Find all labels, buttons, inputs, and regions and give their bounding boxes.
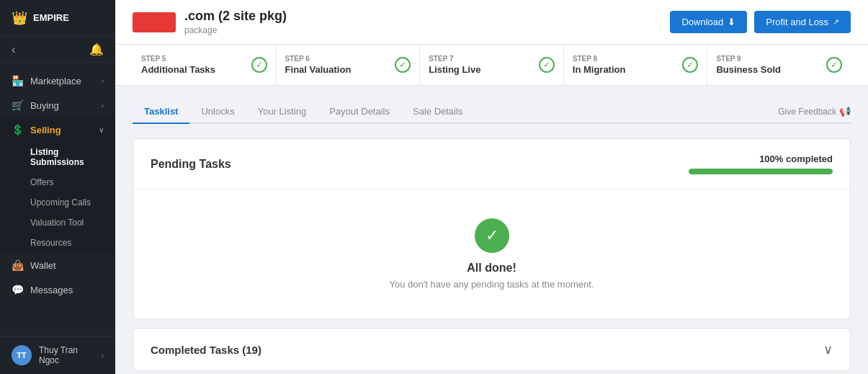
chevron-right-icon: › [102, 77, 104, 85]
step-5-label: Additional Tasks [141, 64, 215, 75]
step-7-label: Listing Live [429, 64, 480, 75]
logo-name: EMPIRE [33, 12, 69, 24]
header-left: .com (2 site pkg) package [133, 9, 287, 35]
download-label: Download [681, 17, 723, 27]
feedback-icon: 📢 [839, 106, 851, 117]
main-content: .com (2 site pkg) package Download ⬇ Pro… [115, 0, 868, 374]
step-7-num: STEP 7 [429, 55, 480, 63]
sidebar-item-resources[interactable]: Resources [0, 233, 115, 253]
site-sub-label: package [184, 25, 287, 35]
sidebar-logo: 👑 EMPIRE [0, 0, 115, 37]
step-8-content: STEP 8 In Migration [573, 55, 626, 75]
step-6-content: STEP 6 Final Valuation [285, 55, 352, 75]
collapse-chevron-icon: ∨ [823, 342, 833, 357]
tab-tasklist[interactable]: Tasklist [133, 100, 189, 124]
pending-tasks-header: Pending Tasks 100% completed [133, 139, 850, 189]
site-name-suffix: .com (2 site pkg) [184, 9, 287, 23]
step-9-num: STEP 9 [716, 55, 781, 63]
all-done-check-icon: ✓ [475, 218, 509, 253]
sidebar-item-listing-submissions[interactable]: Listing Submissions [0, 142, 115, 172]
profit-loss-button[interactable]: Profit and Loss ↗ [754, 11, 851, 33]
step-9-check-icon: ✓ [826, 57, 842, 73]
step-7-check-icon: ✓ [539, 57, 555, 73]
all-done-title: All done! [467, 262, 516, 275]
tab-your-listing[interactable]: Your Listing [246, 100, 318, 124]
step-8-check-icon: ✓ [682, 57, 698, 73]
completed-tasks-header[interactable]: Completed Tasks (19) ∨ [133, 329, 850, 370]
step-5-check-icon: ✓ [251, 57, 267, 73]
sidebar-item-messages[interactable]: 💬 Messages [0, 277, 115, 302]
step-6-check-icon: ✓ [395, 57, 411, 73]
step-5-num: STEP 5 [141, 55, 215, 63]
completed-tasks-title: Completed Tasks (19) [151, 344, 261, 356]
profit-loss-label: Profit and Loss [766, 17, 828, 27]
sidebar-item-label: Messages [30, 285, 73, 295]
chevron-right-icon: › [102, 352, 104, 360]
progress-label: 100% completed [759, 153, 833, 164]
pending-tasks-body: ✓ All done! You don't have any pending t… [133, 189, 850, 319]
sidebar: 👑 EMPIRE ‹ 🔔 🏪 Marketplace › 🛒 Buying › [0, 0, 115, 374]
notification-bell-icon[interactable]: 🔔 [89, 43, 104, 56]
content-area: Tasklist Unlocks Your Listing Payout Det… [115, 86, 868, 374]
chevron-right-icon: › [102, 102, 104, 110]
marketplace-icon: 🏪 [12, 75, 23, 86]
tab-payout-details[interactable]: Payout Details [318, 100, 401, 124]
tabs-left: Tasklist Unlocks Your Listing Payout Det… [133, 100, 474, 123]
step-6-label: Final Valuation [285, 64, 352, 75]
page-title: .com (2 site pkg) [184, 9, 287, 24]
download-icon: ⬇ [728, 17, 735, 27]
wallet-icon: 👜 [12, 259, 23, 271]
step-9[interactable]: STEP 9 Business Sold ✓ [707, 45, 851, 85]
user-profile[interactable]: TT Thuy Tran Ngoc › [0, 336, 115, 374]
progress-bar-wrap [689, 169, 833, 174]
sidebar-item-label: Marketplace [30, 76, 81, 86]
all-done-subtitle: You don't have any pending tasks at the … [390, 279, 594, 290]
step-8-num: STEP 8 [573, 55, 626, 63]
step-5-content: STEP 5 Additional Tasks [141, 55, 215, 75]
sidebar-item-marketplace[interactable]: 🏪 Marketplace › [0, 68, 115, 93]
step-6-num: STEP 6 [285, 55, 352, 63]
sidebar-item-upcoming-calls[interactable]: Upcoming Calls [0, 192, 115, 213]
header-buttons: Download ⬇ Profit and Loss ↗ [670, 11, 851, 33]
tab-unlocks[interactable]: Unlocks [189, 100, 246, 124]
step-6[interactable]: STEP 6 Final Valuation ✓ [277, 45, 421, 85]
pending-tasks-title: Pending Tasks [151, 158, 231, 171]
avatar: TT [12, 345, 32, 365]
steps-bar: STEP 5 Additional Tasks ✓ STEP 6 Final V… [115, 45, 868, 86]
sidebar-item-valuation-tool[interactable]: Valuation Tool [0, 213, 115, 233]
buying-icon: 🛒 [12, 99, 23, 111]
feedback-label: Give Feedback [778, 107, 836, 117]
download-button[interactable]: Download ⬇ [670, 11, 747, 33]
page-header: .com (2 site pkg) package Download ⬇ Pro… [115, 0, 868, 45]
pending-tasks-card: Pending Tasks 100% completed ✓ All done!… [133, 138, 851, 319]
sidebar-item-offers[interactable]: Offers [0, 172, 115, 192]
step-7-content: STEP 7 Listing Live [429, 55, 480, 75]
sidebar-selling-section: 💲 Selling ∨ Listing Submissions Offers U… [0, 117, 115, 253]
sidebar-item-wallet[interactable]: 👜 Wallet [0, 253, 115, 277]
step-8-label: In Migration [573, 64, 626, 75]
logo-crown-icon: 👑 [12, 10, 27, 26]
sidebar-item-label: Selling [30, 125, 61, 135]
step-7[interactable]: STEP 7 Listing Live ✓ [420, 45, 564, 85]
give-feedback-button[interactable]: Give Feedback 📢 [778, 106, 851, 117]
site-logo-block [133, 12, 176, 32]
sidebar-item-label: Wallet [30, 260, 56, 271]
selling-icon: 💲 [12, 124, 23, 135]
completed-tasks-card: Completed Tasks (19) ∨ [133, 328, 851, 371]
progress-bar [689, 169, 833, 174]
user-name: Thuy Tran Ngoc [39, 345, 94, 365]
progress-section: 100% completed [689, 153, 833, 174]
sidebar-item-selling[interactable]: 💲 Selling ∨ [0, 117, 115, 142]
step-9-content: STEP 9 Business Sold [716, 55, 781, 75]
tab-sale-details[interactable]: Sale Details [401, 100, 474, 124]
sidebar-item-buying[interactable]: 🛒 Buying › [0, 93, 115, 117]
step-5[interactable]: STEP 5 Additional Tasks ✓ [133, 45, 277, 85]
tab-bar: Tasklist Unlocks Your Listing Payout Det… [133, 100, 851, 124]
messages-icon: 💬 [12, 284, 23, 295]
sidebar-nav: 🏪 Marketplace › 🛒 Buying › 💲 Selling ∨ L… [0, 63, 115, 336]
step-9-label: Business Sold [716, 64, 781, 75]
step-8[interactable]: STEP 8 In Migration ✓ [564, 45, 708, 85]
chevron-down-icon: ∨ [99, 126, 104, 134]
external-link-icon: ↗ [833, 17, 839, 27]
sidebar-item-label: Buying [30, 100, 59, 111]
